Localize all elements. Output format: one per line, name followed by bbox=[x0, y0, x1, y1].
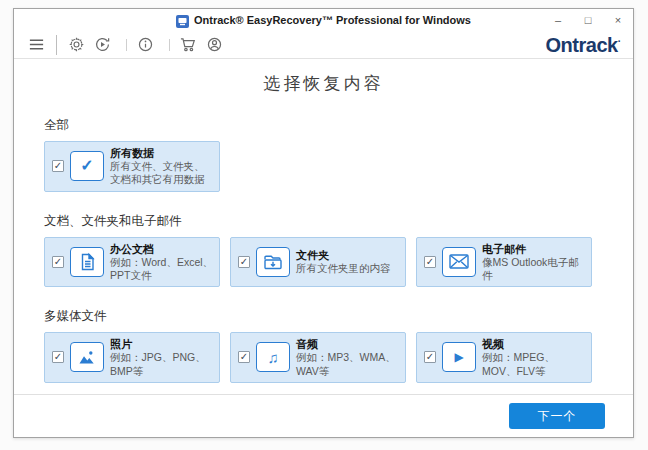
section-heading-all: 全部 bbox=[44, 117, 603, 134]
maximize-button[interactable]: □ bbox=[573, 9, 603, 31]
next-button[interactable]: 下一个 bbox=[509, 403, 605, 429]
card-row-documents: ✓ 办公文档 例如：Word、Excel、PPT文件 ✓ bbox=[44, 237, 603, 288]
card-desc: 所有文件夹里的内容 bbox=[296, 262, 391, 275]
card-row-multimedia: ✓ 照片 例如：JPG、PNG、BMP等 ✓ ♫ bbox=[44, 332, 603, 383]
card-photos[interactable]: ✓ 照片 例如：JPG、PNG、BMP等 bbox=[44, 332, 220, 383]
toolbar: Ontrack · bbox=[14, 31, 633, 59]
card-title: 视频 bbox=[482, 337, 586, 351]
photo-icon bbox=[70, 342, 104, 372]
card-desc: 例如：JPG、PNG、BMP等 bbox=[110, 351, 214, 377]
document-icon bbox=[70, 247, 104, 277]
app-window: Ontrack® EasyRecovery™ Professional for … bbox=[13, 8, 634, 438]
checkbox-video[interactable]: ✓ bbox=[424, 351, 436, 363]
card-email[interactable]: ✓ 电子邮件 像MS Outlook电子邮件 bbox=[416, 237, 592, 288]
app-logo-icon bbox=[176, 14, 189, 27]
checkbox-office-documents[interactable]: ✓ bbox=[52, 256, 64, 268]
checkmark-icon: ✓ bbox=[240, 352, 248, 362]
card-title: 文件夹 bbox=[296, 248, 391, 262]
ontrack-logo: Ontrack · bbox=[546, 35, 621, 55]
toolbar-divider bbox=[169, 39, 170, 51]
checkbox-audio[interactable]: ✓ bbox=[238, 351, 250, 363]
user-account-icon[interactable] bbox=[204, 36, 224, 54]
card-desc: 像MS Outlook电子邮件 bbox=[482, 256, 586, 282]
folder-icon bbox=[256, 247, 290, 277]
ontrack-logo-text: Ontrack bbox=[546, 35, 618, 55]
content-area: 选择恢复内容 全部 ✓ ✓ 所有数据 所有文件、文件夹、文档和其它有用数据 文档… bbox=[14, 59, 633, 394]
all-data-check-icon: ✓ bbox=[70, 151, 104, 181]
resume-recovery-icon[interactable] bbox=[92, 36, 112, 54]
section-heading-documents: 文档、文件夹和电子邮件 bbox=[44, 213, 603, 230]
section-heading-multimedia: 多媒体文件 bbox=[44, 308, 603, 325]
hamburger-menu-icon[interactable] bbox=[26, 36, 46, 54]
checkmark-icon: ✓ bbox=[54, 257, 62, 267]
card-video[interactable]: ✓ ▶ 视频 例如：MPEG、MOV、FLV等 bbox=[416, 332, 592, 383]
card-title: 电子邮件 bbox=[482, 242, 586, 256]
video-play-icon: ▶ bbox=[442, 342, 476, 372]
audio-note-icon: ♫ bbox=[256, 342, 290, 372]
card-desc: 例如：MPEG、MOV、FLV等 bbox=[482, 351, 586, 377]
close-button[interactable]: × bbox=[603, 9, 633, 31]
checkmark-icon: ✓ bbox=[54, 161, 62, 171]
card-audio[interactable]: ✓ ♫ 音频 例如：MP3、WMA、WAV等 bbox=[230, 332, 406, 383]
card-desc: 例如：MP3、WMA、WAV等 bbox=[296, 351, 400, 377]
checkbox-all-data[interactable]: ✓ bbox=[52, 160, 64, 172]
settings-gear-icon[interactable] bbox=[66, 36, 86, 54]
card-desc: 例如：Word、Excel、PPT文件 bbox=[110, 256, 214, 282]
checkmark-icon: ✓ bbox=[54, 352, 62, 362]
checkmark-icon: ✓ bbox=[240, 257, 248, 267]
minimize-button[interactable]: – bbox=[543, 9, 573, 31]
checkmark-icon: ✓ bbox=[426, 257, 434, 267]
info-icon[interactable] bbox=[135, 36, 155, 54]
card-title: 办公文档 bbox=[110, 242, 214, 256]
card-title: 所有数据 bbox=[110, 146, 214, 160]
card-title: 照片 bbox=[110, 337, 214, 351]
footer-bar: 下一个 bbox=[14, 394, 633, 437]
email-envelope-icon bbox=[442, 247, 476, 277]
ontrack-logo-trademark: · bbox=[618, 36, 621, 47]
checkmark-icon: ✓ bbox=[426, 352, 434, 362]
window-title: Ontrack® EasyRecovery™ Professional for … bbox=[194, 14, 471, 26]
checkbox-email[interactable]: ✓ bbox=[424, 256, 436, 268]
card-row-all: ✓ ✓ 所有数据 所有文件、文件夹、文档和其它有用数据 bbox=[44, 141, 603, 192]
card-desc: 所有文件、文件夹、文档和其它有用数据 bbox=[110, 160, 214, 186]
titlebar: Ontrack® EasyRecovery™ Professional for … bbox=[14, 9, 633, 31]
checkbox-photos[interactable]: ✓ bbox=[52, 351, 64, 363]
shopping-cart-icon[interactable] bbox=[178, 36, 198, 54]
toolbar-divider bbox=[126, 39, 127, 51]
card-folder[interactable]: ✓ 文件夹 所有文件夹里的内容 bbox=[230, 237, 406, 288]
card-office-documents[interactable]: ✓ 办公文档 例如：Word、Excel、PPT文件 bbox=[44, 237, 220, 288]
card-title: 音频 bbox=[296, 337, 400, 351]
card-all-data[interactable]: ✓ ✓ 所有数据 所有文件、文件夹、文档和其它有用数据 bbox=[44, 141, 220, 192]
toolbar-divider bbox=[56, 35, 57, 55]
checkbox-folder[interactable]: ✓ bbox=[238, 256, 250, 268]
page-title: 选择恢复内容 bbox=[44, 72, 603, 95]
